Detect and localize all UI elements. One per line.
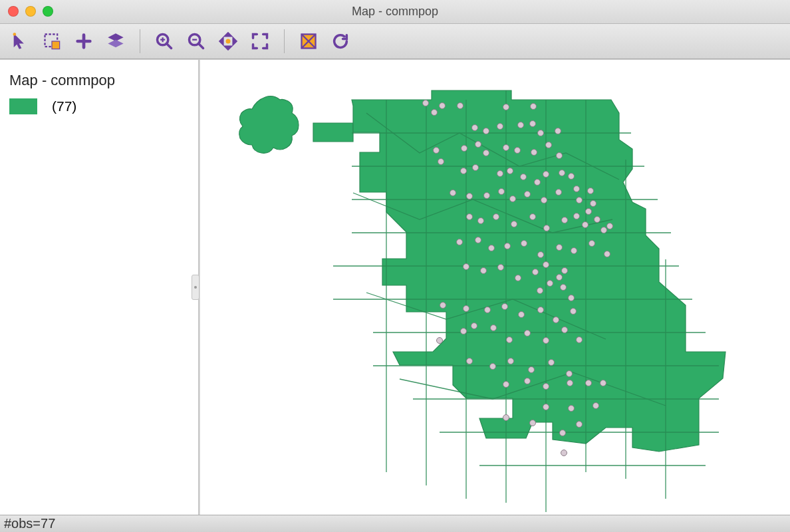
map-point[interactable] [571,308,577,314]
add-button[interactable] [69,28,98,55]
map-point[interactable] [538,251,544,257]
map-point[interactable] [450,190,456,196]
map-point[interactable] [503,144,509,150]
map-point[interactable] [543,171,549,177]
map-point[interactable] [588,188,594,194]
zoom-in-button[interactable] [150,28,179,55]
map-point[interactable] [515,275,521,281]
maximize-window-button[interactable] [43,6,53,17]
map-point[interactable] [562,327,568,332]
map-point[interactable] [481,267,487,273]
map-point[interactable] [538,130,544,136]
legend-item[interactable]: (77) [9,98,189,114]
map-point[interactable] [498,264,504,270]
pan-button[interactable] [213,28,243,55]
map-point[interactable] [489,245,495,251]
map-point[interactable] [593,402,599,408]
map-point[interactable] [604,251,610,257]
map-point[interactable] [557,244,563,250]
map-point[interactable] [553,317,559,323]
map-point[interactable] [437,337,443,343]
map-point[interactable] [473,164,479,170]
map-point[interactable] [531,149,537,155]
map-point[interactable] [508,358,514,364]
map-point[interactable] [537,287,543,293]
map-point[interactable] [530,120,536,126]
map-point[interactable] [561,284,567,290]
map-point[interactable] [475,141,481,147]
map-point[interactable] [491,325,497,331]
map-point[interactable] [556,189,562,195]
map-point[interactable] [463,305,469,311]
map-point[interactable] [546,142,552,148]
select-rect-button[interactable] [37,28,66,55]
map-point[interactable] [607,223,613,229]
map-point[interactable] [589,240,595,246]
select-arrow-button[interactable] [5,28,35,55]
map-point[interactable] [562,217,568,223]
minimize-window-button[interactable] [25,6,36,17]
map-point[interactable] [518,122,524,128]
map-point[interactable] [600,380,606,386]
map-point[interactable] [505,243,511,249]
map-point[interactable] [574,186,580,192]
map-point[interactable] [577,421,583,427]
map-point[interactable] [541,197,547,203]
map-point[interactable] [478,217,484,223]
map-point[interactable] [561,450,567,456]
refresh-button[interactable] [326,28,355,55]
map-point[interactable] [586,208,592,214]
map-point[interactable] [557,274,563,280]
map-point[interactable] [525,191,531,197]
map-point[interactable] [525,330,531,336]
map-point[interactable] [483,128,489,134]
map-point[interactable] [571,247,577,253]
panel-collapse-handle[interactable] [192,275,199,300]
map-point[interactable] [601,227,607,233]
map-point[interactable] [507,168,513,174]
map-point[interactable] [463,263,469,269]
map-point[interactable] [577,336,583,342]
map-point[interactable] [503,414,509,420]
map-point[interactable] [544,225,550,231]
map-point[interactable] [535,179,541,185]
map-point[interactable] [457,239,463,245]
map-point[interactable] [562,267,568,273]
map-point[interactable] [519,311,525,317]
map-point[interactable] [529,366,535,372]
map-point[interactable] [574,213,580,219]
map-point[interactable] [543,337,549,343]
map-point[interactable] [569,173,575,179]
map-point[interactable] [511,221,517,227]
map-point[interactable] [525,378,531,384]
map-point[interactable] [547,280,553,286]
map-point[interactable] [530,213,536,219]
map-point[interactable] [475,237,481,243]
map-point[interactable] [484,192,490,198]
map-point[interactable] [490,363,496,369]
map-point[interactable] [434,147,440,153]
map-point[interactable] [440,102,446,108]
map-point[interactable] [497,170,503,176]
map-point[interactable] [461,168,467,174]
map-point[interactable] [510,196,516,201]
map-point[interactable] [471,323,477,329]
map-point[interactable] [515,147,521,153]
map-point[interactable] [461,328,467,334]
full-extent-button[interactable] [245,28,275,55]
map-point[interactable] [586,380,592,386]
map-point[interactable] [507,336,513,342]
map-point[interactable] [543,404,549,410]
map-point[interactable] [461,145,467,151]
map-point[interactable] [577,197,583,203]
basemap-button[interactable] [294,28,323,55]
map-point[interactable] [483,150,489,156]
zoom-out-button[interactable] [182,28,211,55]
map-point[interactable] [499,188,505,194]
map-point[interactable] [559,170,565,176]
map-point[interactable] [467,358,473,364]
map-point[interactable] [521,240,527,246]
map-point[interactable] [467,193,473,199]
map-point[interactable] [503,104,509,110]
map-point[interactable] [467,213,473,219]
